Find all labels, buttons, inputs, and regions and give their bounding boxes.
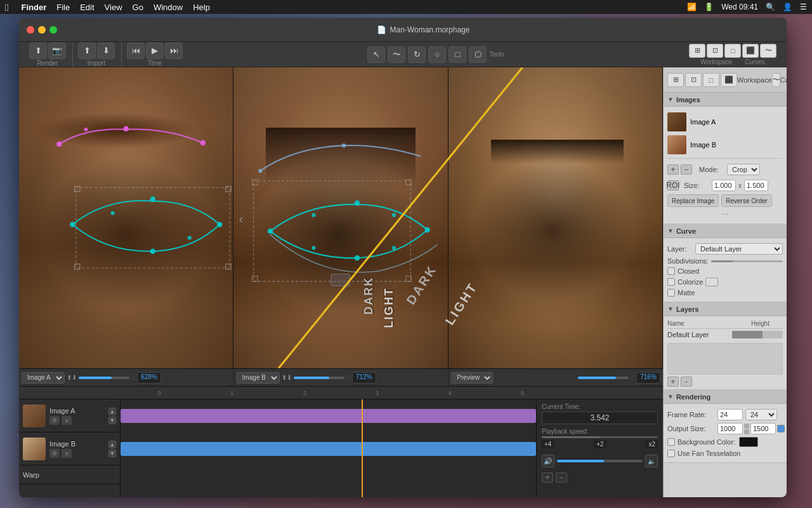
remove-layer-button[interactable]: -: [681, 377, 692, 387]
matte-label: Matte: [678, 289, 695, 297]
images-section-title: Images: [676, 96, 700, 104]
roi-button[interactable]: ROI: [667, 180, 679, 190]
curves-panel-btn[interactable]: 〜: [772, 73, 780, 87]
reverse-order-button[interactable]: Reverse Order: [721, 194, 772, 207]
user-avatar[interactable]: 👤: [783, 3, 792, 11]
track-chevron-b[interactable]: ∨: [62, 449, 72, 458]
add-layer-button[interactable]: +: [667, 377, 679, 387]
bg-color-checkbox[interactable]: [667, 438, 675, 446]
apple-menu-icon[interactable]: : [5, 2, 8, 13]
track-settings-a[interactable]: ⚙: [49, 416, 60, 425]
size-height-input[interactable]: [744, 180, 768, 191]
search-icon[interactable]: 🔍: [766, 3, 775, 11]
subdivisions-slider[interactable]: [711, 260, 783, 262]
layer-row-default[interactable]: Default Layer: [667, 329, 783, 340]
wifi-icon[interactable]: 📶: [687, 3, 697, 11]
menu-finder[interactable]: Finder: [16, 3, 51, 12]
close-button[interactable]: [27, 26, 34, 34]
track-bar-a[interactable]: [121, 409, 536, 423]
replace-image-button[interactable]: Replace Image: [667, 194, 719, 207]
workspace-split-button[interactable]: ⊞: [689, 44, 705, 58]
mesh-tool-button[interactable]: ⬡: [469, 46, 487, 63]
rendering-section-header[interactable]: ▼ Rendering: [664, 390, 787, 404]
remove-image-button[interactable]: −: [681, 164, 692, 175]
camera-button[interactable]: 📷: [48, 43, 66, 59]
zoom-slider-a[interactable]: [79, 377, 129, 379]
playback-slider[interactable]: [542, 436, 658, 438]
share-button[interactable]: ⬆: [29, 43, 47, 59]
frame-rate-select[interactable]: 24: [745, 409, 777, 420]
menu-help[interactable]: Help: [188, 3, 215, 12]
import-right-button[interactable]: ⬇: [97, 43, 115, 59]
workspace-single-button[interactable]: □: [724, 44, 741, 58]
track-chevron-a[interactable]: ∨: [62, 416, 72, 425]
track-expand-b[interactable]: ▲: [108, 441, 116, 448]
track-settings-b[interactable]: ⚙: [49, 449, 60, 458]
colorize-swatch[interactable]: [705, 277, 718, 286]
ws-btn-full[interactable]: ⬛: [721, 73, 737, 87]
link-dimensions-checkbox[interactable]: [777, 425, 785, 432]
remove-track-button[interactable]: -: [556, 472, 567, 483]
add-image-button[interactable]: +: [667, 164, 679, 175]
size-width-input[interactable]: [712, 180, 736, 191]
layer-select[interactable]: Default Layer: [695, 243, 783, 255]
layers-section-header[interactable]: ▼ Layers: [664, 302, 787, 316]
ws-btn-split2[interactable]: ⊞: [667, 73, 684, 87]
menu-file[interactable]: File: [51, 3, 75, 12]
matte-checkbox[interactable]: [667, 289, 675, 297]
bg-color-swatch[interactable]: [739, 437, 758, 447]
volume-slider[interactable]: [557, 460, 643, 462]
workspace-grid-button[interactable]: ⊡: [707, 44, 723, 58]
workspace-full-button[interactable]: ⬛: [742, 44, 759, 58]
transform-tool-button[interactable]: ↻: [408, 46, 426, 63]
colorize-checkbox[interactable]: [667, 278, 675, 286]
menu-window[interactable]: Window: [148, 3, 188, 12]
circle-tool-button[interactable]: ○: [428, 46, 446, 63]
view-panel-a[interactable]: [19, 67, 233, 368]
output-height-input[interactable]: [750, 423, 776, 434]
time-prev-button[interactable]: ⏮: [127, 43, 145, 59]
minimize-button[interactable]: [38, 26, 46, 34]
fan-tess-checkbox[interactable]: [667, 450, 675, 457]
volume-icon[interactable]: 🔊: [542, 455, 554, 467]
output-width-input[interactable]: [717, 423, 743, 434]
time-play-button[interactable]: ▶: [146, 43, 164, 59]
volume-max-icon[interactable]: 🔈: [645, 455, 658, 467]
mode-select[interactable]: Crop: [727, 164, 760, 175]
track-bar-b[interactable]: [121, 442, 536, 456]
view-panel-c[interactable]: [449, 67, 663, 368]
more-options-dots[interactable]: ···: [667, 207, 783, 220]
import-left-button[interactable]: ⬆: [78, 43, 96, 59]
matte-row: Matte: [667, 288, 783, 298]
curves-button[interactable]: 〜: [760, 44, 776, 58]
menu-view[interactable]: View: [100, 3, 128, 12]
view-bar-c: Preview □ 716%: [449, 369, 663, 386]
maximize-button[interactable]: [49, 26, 57, 34]
track-expand-a[interactable]: ▲: [108, 408, 116, 415]
menu-edit[interactable]: Edit: [75, 3, 99, 12]
view-select-b[interactable]: Image B: [237, 372, 280, 384]
layers-list-box[interactable]: [667, 343, 783, 375]
images-section-header[interactable]: ▼ Images: [664, 93, 787, 107]
closed-checkbox[interactable]: [667, 267, 675, 275]
zoom-slider-c[interactable]: [578, 377, 629, 379]
view-select-c[interactable]: Preview: [451, 372, 493, 384]
view-select-a[interactable]: Image A: [22, 372, 65, 384]
track-collapse-a[interactable]: ▼: [108, 417, 116, 424]
playhead[interactable]: [362, 399, 363, 497]
select-tool-button[interactable]: ↖: [367, 46, 385, 63]
app-window: 📄 Man-Woman.morphage ⬆ 📷 Render ⬆ ⬇ Impo…: [19, 18, 787, 497]
curve-section-header[interactable]: ▼ Curve: [664, 224, 787, 238]
view-panel-b[interactable]: ‹ DARK LIGHT: [233, 67, 448, 368]
zoom-slider-b[interactable]: [294, 377, 344, 379]
ws-btn-grid[interactable]: ⊡: [685, 73, 702, 87]
frame-rate-input[interactable]: [717, 409, 743, 420]
add-track-button[interactable]: +: [542, 472, 553, 483]
time-next-button[interactable]: ⏭: [165, 43, 183, 59]
track-collapse-b[interactable]: ▼: [108, 450, 116, 457]
ws-btn-single[interactable]: □: [703, 73, 719, 87]
rect-tool-button[interactable]: □: [449, 46, 466, 63]
menu-go[interactable]: Go: [128, 3, 148, 12]
curve-tool-button[interactable]: 〜: [388, 46, 405, 63]
menu-list-icon[interactable]: ☰: [800, 3, 807, 11]
